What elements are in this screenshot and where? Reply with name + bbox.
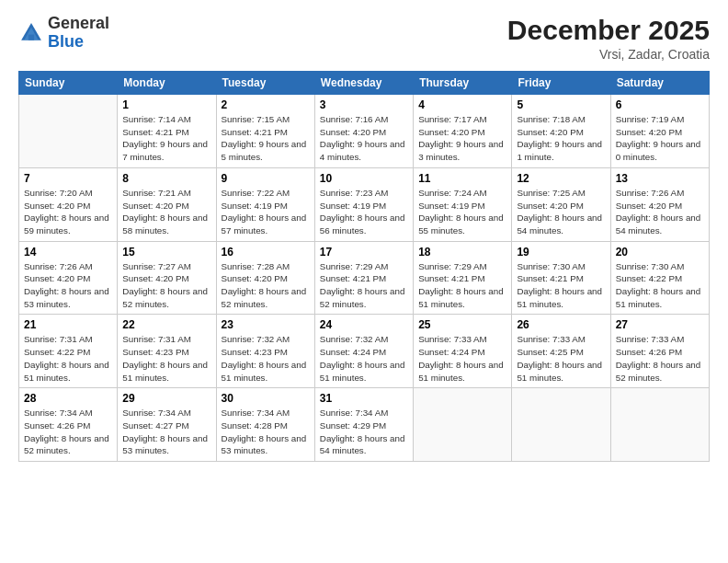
cell-day-number: 12: [517, 172, 605, 185]
cell-info: Sunrise: 7:33 AMSunset: 4:25 PMDaylight:…: [517, 333, 605, 384]
month-title: December 2025: [507, 15, 710, 45]
logo-icon: [18, 20, 44, 46]
logo-blue-text: Blue: [48, 32, 84, 51]
cell-day-number: 11: [418, 172, 506, 185]
cell-info: Sunrise: 7:16 AMSunset: 4:20 PMDaylight:…: [320, 113, 408, 164]
cell-info: Sunrise: 7:32 AMSunset: 4:23 PMDaylight:…: [222, 333, 310, 384]
calendar-cell-w3-d5: 18 Sunrise: 7:29 AMSunset: 4:21 PMDaylig…: [414, 241, 512, 315]
calendar-cell-w4-d3: 23 Sunrise: 7:32 AMSunset: 4:23 PMDaylig…: [216, 315, 314, 388]
cell-day-number: 28: [24, 392, 112, 405]
calendar-table: Sunday Monday Tuesday Wednesday Thursday…: [18, 71, 710, 462]
col-sunday: Sunday: [19, 72, 118, 95]
cell-day-number: 7: [24, 172, 112, 185]
cell-day-number: 1: [122, 98, 210, 111]
cell-info: Sunrise: 7:30 AMSunset: 4:21 PMDaylight:…: [517, 260, 605, 311]
cell-day-number: 15: [122, 246, 210, 259]
cell-day-number: 18: [418, 246, 506, 259]
calendar-cell-w5-d1: 28 Sunrise: 7:34 AMSunset: 4:26 PMDaylig…: [19, 388, 118, 462]
cell-day-number: 8: [122, 172, 210, 185]
cell-info: Sunrise: 7:29 AMSunset: 4:21 PMDaylight:…: [418, 260, 506, 311]
cell-info: Sunrise: 7:27 AMSunset: 4:20 PMDaylight:…: [122, 260, 210, 311]
cell-info: Sunrise: 7:15 AMSunset: 4:21 PMDaylight:…: [222, 113, 310, 164]
calendar-week-3: 14 Sunrise: 7:26 AMSunset: 4:20 PMDaylig…: [19, 241, 710, 315]
calendar-cell-w5-d3: 30 Sunrise: 7:34 AMSunset: 4:28 PMDaylig…: [216, 388, 314, 462]
cell-day-number: 16: [222, 246, 310, 259]
cell-info: Sunrise: 7:25 AMSunset: 4:20 PMDaylight:…: [517, 187, 605, 237]
cell-info: Sunrise: 7:34 AMSunset: 4:27 PMDaylight:…: [122, 407, 210, 457]
calendar-cell-w2-d1: 7 Sunrise: 7:20 AMSunset: 4:20 PMDayligh…: [19, 167, 118, 241]
calendar-week-4: 21 Sunrise: 7:31 AMSunset: 4:22 PMDaylig…: [19, 315, 710, 388]
cell-day-number: 9: [222, 172, 310, 185]
cell-info: Sunrise: 7:31 AMSunset: 4:22 PMDaylight:…: [24, 333, 112, 384]
cell-info: Sunrise: 7:29 AMSunset: 4:21 PMDaylight:…: [320, 260, 408, 311]
cell-day-number: 3: [320, 98, 408, 111]
calendar-cell-w3-d3: 16 Sunrise: 7:28 AMSunset: 4:20 PMDaylig…: [216, 241, 314, 315]
cell-info: Sunrise: 7:21 AMSunset: 4:20 PMDaylight:…: [122, 187, 210, 237]
cell-day-number: 10: [320, 172, 408, 185]
svg-rect-2: [28, 34, 34, 40]
calendar-week-5: 28 Sunrise: 7:34 AMSunset: 4:26 PMDaylig…: [19, 388, 710, 462]
cell-day-number: 21: [24, 318, 112, 331]
calendar-week-1: 1 Sunrise: 7:14 AMSunset: 4:21 PMDayligh…: [19, 95, 710, 168]
cell-day-number: 27: [616, 318, 704, 331]
logo-text: General Blue: [48, 15, 109, 52]
title-block: December 2025 Vrsi, Zadar, Croatia: [507, 15, 710, 62]
location: Vrsi, Zadar, Croatia: [507, 47, 710, 62]
cell-info: Sunrise: 7:19 AMSunset: 4:20 PMDaylight:…: [616, 113, 704, 164]
cell-day-number: 29: [122, 392, 210, 405]
calendar-cell-w5-d4: 31 Sunrise: 7:34 AMSunset: 4:29 PMDaylig…: [314, 388, 413, 462]
cell-info: Sunrise: 7:33 AMSunset: 4:26 PMDaylight:…: [616, 333, 704, 384]
cell-info: Sunrise: 7:31 AMSunset: 4:23 PMDaylight:…: [122, 333, 210, 384]
cell-day-number: 31: [320, 392, 408, 405]
cell-info: Sunrise: 7:30 AMSunset: 4:22 PMDaylight:…: [616, 260, 704, 311]
calendar-cell-w3-d2: 15 Sunrise: 7:27 AMSunset: 4:20 PMDaylig…: [118, 241, 216, 315]
col-wednesday: Wednesday: [314, 72, 413, 95]
calendar-cell-w2-d3: 9 Sunrise: 7:22 AMSunset: 4:19 PMDayligh…: [216, 167, 314, 241]
cell-info: Sunrise: 7:28 AMSunset: 4:20 PMDaylight:…: [222, 260, 310, 311]
calendar-cell-w3-d6: 19 Sunrise: 7:30 AMSunset: 4:21 PMDaylig…: [512, 241, 610, 315]
page: General Blue December 2025 Vrsi, Zadar, …: [0, 0, 728, 563]
cell-day-number: 2: [222, 98, 310, 111]
cell-day-number: 24: [320, 318, 408, 331]
col-saturday: Saturday: [610, 72, 709, 95]
cell-day-number: 5: [517, 98, 605, 111]
calendar-cell-w3-d4: 17 Sunrise: 7:29 AMSunset: 4:21 PMDaylig…: [314, 241, 413, 315]
cell-day-number: 14: [24, 246, 112, 259]
col-thursday: Thursday: [414, 72, 512, 95]
calendar-cell-w5-d2: 29 Sunrise: 7:34 AMSunset: 4:27 PMDaylig…: [118, 388, 216, 462]
cell-info: Sunrise: 7:34 AMSunset: 4:26 PMDaylight:…: [24, 407, 112, 457]
calendar-cell-w4-d6: 26 Sunrise: 7:33 AMSunset: 4:25 PMDaylig…: [512, 315, 610, 388]
cell-info: Sunrise: 7:24 AMSunset: 4:19 PMDaylight:…: [418, 187, 506, 237]
calendar-cell-w1-d1: [19, 95, 118, 168]
cell-day-number: 17: [320, 246, 408, 259]
calendar-cell-w2-d7: 13 Sunrise: 7:26 AMSunset: 4:20 PMDaylig…: [610, 167, 709, 241]
logo: General Blue: [18, 15, 109, 52]
col-tuesday: Tuesday: [216, 72, 314, 95]
cell-day-number: 6: [616, 98, 704, 111]
calendar-cell-w2-d5: 11 Sunrise: 7:24 AMSunset: 4:19 PMDaylig…: [414, 167, 512, 241]
cell-info: Sunrise: 7:26 AMSunset: 4:20 PMDaylight:…: [616, 187, 704, 237]
calendar-cell-w4-d7: 27 Sunrise: 7:33 AMSunset: 4:26 PMDaylig…: [610, 315, 709, 388]
cell-day-number: 23: [222, 318, 310, 331]
calendar-cell-w5-d5: [414, 388, 512, 462]
cell-day-number: 26: [517, 318, 605, 331]
cell-info: Sunrise: 7:23 AMSunset: 4:19 PMDaylight:…: [320, 187, 408, 237]
cell-day-number: 22: [122, 318, 210, 331]
cell-info: Sunrise: 7:14 AMSunset: 4:21 PMDaylight:…: [122, 113, 210, 164]
cell-day-number: 20: [616, 246, 704, 259]
calendar-cell-w5-d6: [512, 388, 610, 462]
logo-general-text: General: [48, 14, 109, 32]
calendar-cell-w1-d7: 6 Sunrise: 7:19 AMSunset: 4:20 PMDayligh…: [610, 95, 709, 168]
cell-info: Sunrise: 7:22 AMSunset: 4:19 PMDaylight:…: [222, 187, 310, 237]
cell-day-number: 19: [517, 246, 605, 259]
cell-info: Sunrise: 7:18 AMSunset: 4:20 PMDaylight:…: [517, 113, 605, 164]
cell-info: Sunrise: 7:32 AMSunset: 4:24 PMDaylight:…: [320, 333, 408, 384]
calendar-cell-w2-d2: 8 Sunrise: 7:21 AMSunset: 4:20 PMDayligh…: [118, 167, 216, 241]
col-monday: Monday: [118, 72, 216, 95]
cell-info: Sunrise: 7:34 AMSunset: 4:29 PMDaylight:…: [320, 407, 408, 457]
calendar-cell-w5-d7: [610, 388, 709, 462]
calendar-cell-w3-d1: 14 Sunrise: 7:26 AMSunset: 4:20 PMDaylig…: [19, 241, 118, 315]
calendar-cell-w1-d4: 3 Sunrise: 7:16 AMSunset: 4:20 PMDayligh…: [314, 95, 413, 168]
calendar-cell-w4-d1: 21 Sunrise: 7:31 AMSunset: 4:22 PMDaylig…: [19, 315, 118, 388]
calendar-cell-w4-d5: 25 Sunrise: 7:33 AMSunset: 4:24 PMDaylig…: [414, 315, 512, 388]
